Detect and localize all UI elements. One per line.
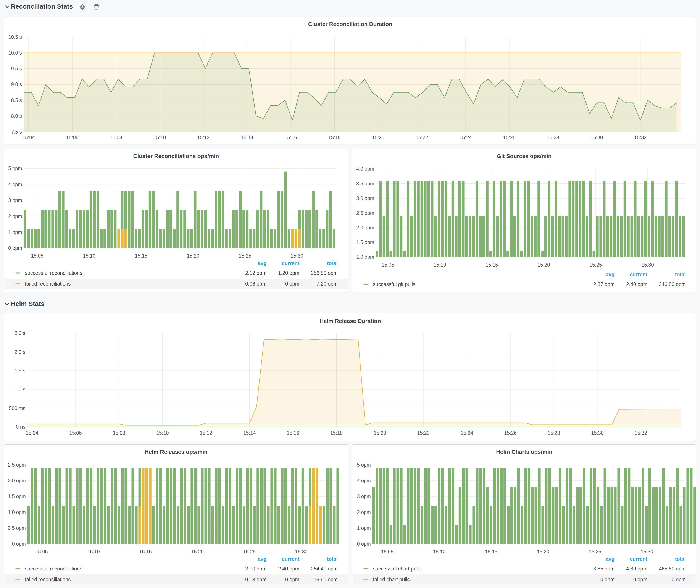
svg-text:7.5 s: 7.5 s bbox=[11, 129, 22, 135]
svg-text:254.40 opm: 254.40 opm bbox=[311, 566, 338, 572]
svg-text:0 opm: 0 opm bbox=[285, 281, 299, 287]
svg-text:15:08: 15:08 bbox=[113, 430, 125, 436]
svg-text:15:10: 15:10 bbox=[156, 430, 169, 436]
svg-text:2.5 opm: 2.5 opm bbox=[8, 462, 26, 468]
svg-text:0 opm: 0 opm bbox=[357, 541, 371, 547]
svg-text:1 opm: 1 opm bbox=[357, 525, 371, 531]
svg-text:total: total bbox=[327, 556, 338, 562]
svg-text:0 opm: 0 opm bbox=[672, 577, 686, 582]
svg-text:1.20 opm: 1.20 opm bbox=[278, 270, 299, 276]
svg-text:15:04: 15:04 bbox=[26, 430, 38, 436]
svg-text:current: current bbox=[630, 556, 647, 562]
svg-text:15:05: 15:05 bbox=[35, 549, 48, 554]
svg-text:successful chart pulls: successful chart pulls bbox=[373, 566, 421, 572]
svg-text:15:24: 15:24 bbox=[459, 135, 472, 140]
svg-text:15:15: 15:15 bbox=[485, 262, 498, 268]
svg-text:15:22: 15:22 bbox=[417, 430, 430, 436]
svg-text:15:26: 15:26 bbox=[504, 430, 517, 436]
svg-text:0.13 opm: 0.13 opm bbox=[245, 577, 266, 582]
svg-text:256.80 opm: 256.80 opm bbox=[311, 270, 338, 276]
svg-text:15:06: 15:06 bbox=[66, 135, 79, 140]
svg-text:8.5 s: 8.5 s bbox=[11, 97, 22, 103]
svg-text:5 opm: 5 opm bbox=[357, 462, 371, 468]
svg-text:15:25: 15:25 bbox=[589, 549, 601, 554]
svg-text:15:20: 15:20 bbox=[537, 549, 549, 554]
svg-text:2.40 opm: 2.40 opm bbox=[626, 281, 647, 287]
svg-text:2.5 opm: 2.5 opm bbox=[356, 210, 374, 216]
svg-text:2.0 opm: 2.0 opm bbox=[356, 225, 374, 231]
svg-text:15:18: 15:18 bbox=[330, 430, 343, 436]
svg-text:15:30: 15:30 bbox=[641, 262, 654, 268]
svg-text:15:12: 15:12 bbox=[200, 430, 212, 436]
svg-text:15:18: 15:18 bbox=[328, 135, 341, 140]
svg-text:15:30: 15:30 bbox=[590, 135, 603, 140]
svg-text:15:24: 15:24 bbox=[461, 430, 473, 436]
svg-text:15:30: 15:30 bbox=[291, 253, 303, 259]
svg-text:failed reconciliations: failed reconciliations bbox=[25, 577, 71, 582]
svg-text:15:15: 15:15 bbox=[139, 549, 152, 554]
svg-text:2 opm: 2 opm bbox=[8, 213, 22, 219]
svg-text:15:12: 15:12 bbox=[197, 135, 210, 140]
svg-text:0 ns: 0 ns bbox=[16, 424, 25, 430]
svg-text:avg: avg bbox=[606, 556, 615, 562]
svg-text:15:28: 15:28 bbox=[548, 430, 560, 436]
svg-text:2.5 s: 2.5 s bbox=[15, 330, 25, 336]
svg-text:15:05: 15:05 bbox=[31, 253, 44, 259]
svg-text:0 opm: 0 opm bbox=[12, 541, 26, 547]
svg-text:1.5 s: 1.5 s bbox=[15, 368, 25, 373]
svg-text:current: current bbox=[282, 556, 299, 562]
svg-text:4.80 opm: 4.80 opm bbox=[626, 566, 647, 572]
svg-text:15:10: 15:10 bbox=[87, 549, 100, 554]
svg-text:3.5 opm: 3.5 opm bbox=[356, 181, 374, 186]
svg-text:avg: avg bbox=[606, 272, 615, 277]
svg-text:15:25: 15:25 bbox=[239, 253, 251, 259]
svg-text:15:20: 15:20 bbox=[187, 253, 199, 259]
svg-text:15:25: 15:25 bbox=[589, 262, 602, 268]
svg-text:1.5 opm: 1.5 opm bbox=[8, 494, 26, 499]
svg-text:15:04: 15:04 bbox=[22, 135, 35, 140]
svg-text:Helm Charts ops/min: Helm Charts ops/min bbox=[496, 449, 552, 455]
svg-text:avg: avg bbox=[258, 556, 267, 562]
svg-text:15.60 opm: 15.60 opm bbox=[314, 577, 338, 582]
svg-text:0 opm: 0 opm bbox=[633, 577, 647, 582]
svg-text:3.85 opm: 3.85 opm bbox=[593, 566, 615, 572]
svg-text:15:15: 15:15 bbox=[135, 253, 147, 259]
svg-text:total: total bbox=[675, 272, 686, 277]
svg-text:15:10: 15:10 bbox=[153, 135, 166, 140]
svg-text:2.87 opm: 2.87 opm bbox=[593, 281, 615, 287]
svg-text:15:20: 15:20 bbox=[372, 135, 384, 140]
svg-text:15:22: 15:22 bbox=[416, 135, 428, 140]
svg-text:10.0 s: 10.0 s bbox=[8, 50, 22, 56]
svg-text:2.12 opm: 2.12 opm bbox=[245, 270, 266, 276]
svg-text:346.80 opm: 346.80 opm bbox=[659, 281, 686, 287]
svg-text:1.0 opm: 1.0 opm bbox=[8, 509, 26, 515]
svg-text:current: current bbox=[282, 260, 299, 266]
svg-text:Reconciliation Stats: Reconciliation Stats bbox=[11, 3, 73, 10]
svg-text:465.60 opm: 465.60 opm bbox=[659, 566, 686, 572]
svg-text:5 opm: 5 opm bbox=[8, 166, 22, 171]
svg-text:successful git pulls: successful git pulls bbox=[373, 281, 415, 287]
svg-text:15:16: 15:16 bbox=[285, 135, 297, 140]
svg-text:2.40 opm: 2.40 opm bbox=[278, 566, 299, 572]
svg-text:avg: avg bbox=[258, 260, 267, 266]
svg-text:9.0 s: 9.0 s bbox=[11, 82, 22, 87]
svg-text:2.0 s: 2.0 s bbox=[15, 349, 25, 355]
svg-text:0 opm: 0 opm bbox=[285, 577, 299, 582]
svg-text:2 opm: 2 opm bbox=[357, 509, 371, 515]
svg-text:Helm Stats: Helm Stats bbox=[11, 300, 44, 307]
svg-text:1.0 opm: 1.0 opm bbox=[356, 254, 374, 260]
svg-text:0 opm: 0 opm bbox=[600, 577, 615, 582]
svg-text:15:10: 15:10 bbox=[434, 262, 446, 268]
svg-text:15:14: 15:14 bbox=[243, 430, 256, 436]
svg-text:successful reconciliations: successful reconciliations bbox=[25, 566, 82, 572]
svg-text:0.06 opm: 0.06 opm bbox=[245, 281, 266, 287]
svg-text:15:32: 15:32 bbox=[635, 430, 647, 436]
svg-text:8.0 s: 8.0 s bbox=[11, 113, 22, 119]
svg-text:15:08: 15:08 bbox=[110, 135, 122, 140]
svg-text:3 opm: 3 opm bbox=[8, 197, 22, 203]
svg-text:successful reconciliations: successful reconciliations bbox=[25, 270, 82, 276]
svg-text:4 opm: 4 opm bbox=[357, 478, 371, 483]
svg-text:3 opm: 3 opm bbox=[357, 494, 371, 499]
svg-text:1 opm: 1 opm bbox=[8, 229, 22, 235]
svg-text:15:20: 15:20 bbox=[191, 549, 204, 554]
